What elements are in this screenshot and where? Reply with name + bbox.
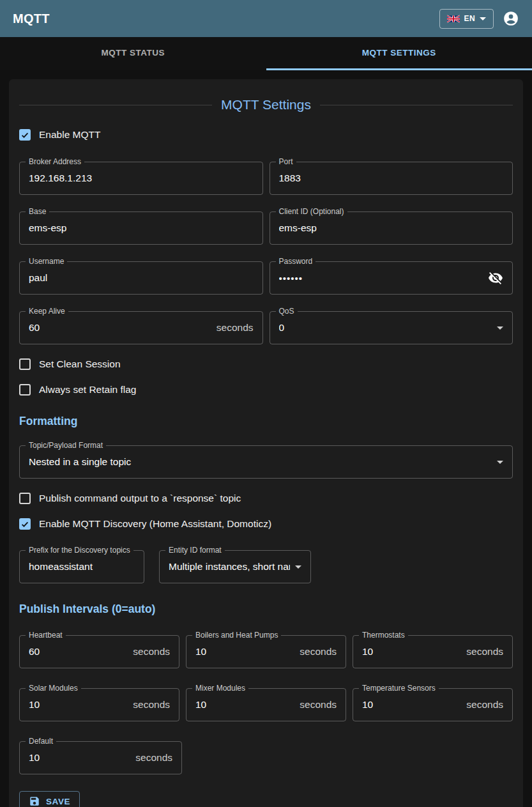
field-label: Topic/Payload Format [26, 441, 106, 450]
field-value: ems-esp [279, 222, 504, 234]
unit-adornment: seconds [466, 646, 503, 657]
checkbox-checked-icon[interactable] [19, 518, 31, 530]
unit-adornment: seconds [133, 646, 170, 657]
unit-adornment: seconds [135, 752, 172, 764]
base-field[interactable]: Base ems-esp [19, 211, 263, 245]
default-interval-field[interactable]: Default 10 seconds [19, 741, 182, 774]
entity-id-format-select[interactable]: Entity ID format Multiple instances, sho… [159, 550, 311, 583]
field-label: Base [26, 207, 49, 216]
checkbox-checked-icon[interactable] [19, 129, 31, 141]
unit-adornment: seconds [300, 646, 337, 657]
field-value: 10 [195, 646, 294, 657]
publish-intervals-heading: Publish Intervals (0=auto) [19, 603, 513, 616]
field-label: QoS [276, 307, 298, 316]
checkbox-unchecked-icon[interactable] [19, 493, 31, 504]
retain-flag-checkbox[interactable]: Always set Retain flag [19, 384, 513, 396]
uk-flag-icon [447, 15, 460, 23]
connection-fields-grid: Broker Address 192.168.1.213 Port 1883 B… [19, 162, 513, 344]
client-id-field[interactable]: Client ID (Optional) ems-esp [270, 211, 513, 245]
tab-mqtt-status[interactable]: MQTT STATUS [0, 37, 266, 70]
keep-alive-field[interactable]: Keep Alive 60 seconds [19, 311, 263, 344]
title-divider-right [320, 105, 513, 105]
boilers-heat-pumps-field[interactable]: Boilers and Heat Pumps 10 seconds [186, 635, 346, 668]
qos-select[interactable]: QoS 0 [270, 311, 513, 344]
save-button-label: SAVE [46, 797, 70, 806]
field-label: Temperature Sensors [359, 684, 439, 693]
password-field[interactable]: Password •••••• [270, 261, 513, 295]
port-field[interactable]: Port 1883 [270, 162, 513, 195]
field-label: Thermostats [359, 631, 408, 640]
solar-modules-field[interactable]: Solar Modules 10 seconds [19, 688, 179, 721]
checkbox-label: Enable MQTT Discovery (Home Assistant, D… [39, 518, 271, 530]
field-value: 0 [279, 322, 492, 334]
field-value: 1883 [279, 173, 504, 184]
field-label: Password [276, 257, 316, 266]
unit-adornment: seconds [466, 699, 503, 711]
enable-mqtt-checkbox[interactable]: Enable MQTT [19, 129, 513, 141]
field-label: Keep Alive [26, 307, 68, 316]
username-field[interactable]: Username paul [19, 261, 263, 295]
clean-session-checkbox[interactable]: Set Clean Session [19, 358, 513, 370]
account-circle-icon[interactable] [503, 10, 519, 27]
field-value: ems-esp [29, 222, 254, 234]
field-label: Broker Address [26, 157, 84, 166]
unit-adornment: seconds [133, 699, 170, 711]
field-value: 10 [29, 699, 128, 711]
page-title: MQTT Settings [221, 97, 311, 112]
temperature-sensors-field[interactable]: Temperature Sensors 10 seconds [353, 688, 513, 721]
settings-card: MQTT Settings Enable MQTT Broker Address… [9, 79, 523, 807]
topic-format-select[interactable]: Topic/Payload Format Nested in a single … [19, 445, 513, 479]
dropdown-arrow-icon [295, 565, 301, 569]
language-label: EN [464, 14, 475, 23]
save-button[interactable]: SAVE [19, 791, 80, 807]
check-icon [20, 519, 29, 529]
appbar-actions: EN [439, 9, 519, 29]
language-button[interactable]: EN [439, 9, 494, 29]
heartbeat-field[interactable]: Heartbeat 60 seconds [19, 635, 179, 668]
field-value: 60 [29, 646, 128, 657]
field-label: Default [26, 737, 56, 746]
discovery-options-row: Prefix for the Discovery topics homeassi… [19, 550, 513, 583]
field-label: Heartbeat [26, 631, 66, 640]
chevron-down-icon [480, 17, 486, 20]
check-icon [20, 130, 29, 140]
checkbox-label: Always set Retain flag [39, 384, 137, 396]
checkbox-unchecked-icon[interactable] [19, 358, 31, 370]
dropdown-arrow-icon [497, 461, 503, 464]
field-value: 192.168.1.213 [29, 173, 254, 184]
field-value: 60 [29, 322, 211, 334]
app-title: MQTT [13, 12, 50, 26]
field-label: Client ID (Optional) [276, 207, 347, 216]
thermostats-field[interactable]: Thermostats 10 seconds [353, 635, 513, 668]
field-label: Solar Modules [26, 684, 81, 693]
discovery-prefix-field[interactable]: Prefix for the Discovery topics homeassi… [19, 550, 144, 583]
field-label: Mixer Modules [192, 684, 248, 693]
publish-response-checkbox[interactable]: Publish command output to a `response` t… [19, 493, 513, 504]
field-label: Prefix for the Discovery topics [26, 546, 133, 555]
tab-mqtt-settings[interactable]: MQTT SETTINGS [266, 37, 532, 70]
field-label: Port [276, 157, 296, 166]
visibility-off-icon[interactable] [488, 270, 503, 286]
unit-adornment: seconds [217, 322, 254, 334]
checkbox-label: Set Clean Session [39, 358, 121, 370]
field-label: Boilers and Heat Pumps [192, 631, 281, 640]
field-value: 10 [195, 699, 294, 711]
formatting-heading: Formatting [19, 415, 513, 428]
unit-adornment: seconds [300, 699, 337, 711]
field-value: 10 [362, 646, 461, 657]
mqtt-discovery-checkbox[interactable]: Enable MQTT Discovery (Home Assistant, D… [19, 518, 513, 530]
field-label: Entity ID format [165, 546, 225, 555]
field-value: paul [29, 272, 254, 284]
tab-label: MQTT STATUS [102, 48, 165, 58]
field-label: Username [26, 257, 67, 266]
checkbox-unchecked-icon[interactable] [19, 384, 31, 396]
app-header: MQTT EN [0, 0, 532, 37]
broker-address-field[interactable]: Broker Address 192.168.1.213 [19, 162, 263, 195]
checkbox-label: Publish command output to a `response` t… [39, 493, 241, 504]
title-divider-left [19, 105, 212, 105]
field-value: 10 [362, 699, 461, 711]
mixer-modules-field[interactable]: Mixer Modules 10 seconds [186, 688, 346, 721]
intervals-grid: Heartbeat 60 seconds Boilers and Heat Pu… [19, 635, 513, 721]
field-value: homeassistant [29, 561, 135, 573]
checkbox-label: Enable MQTT [39, 129, 100, 141]
